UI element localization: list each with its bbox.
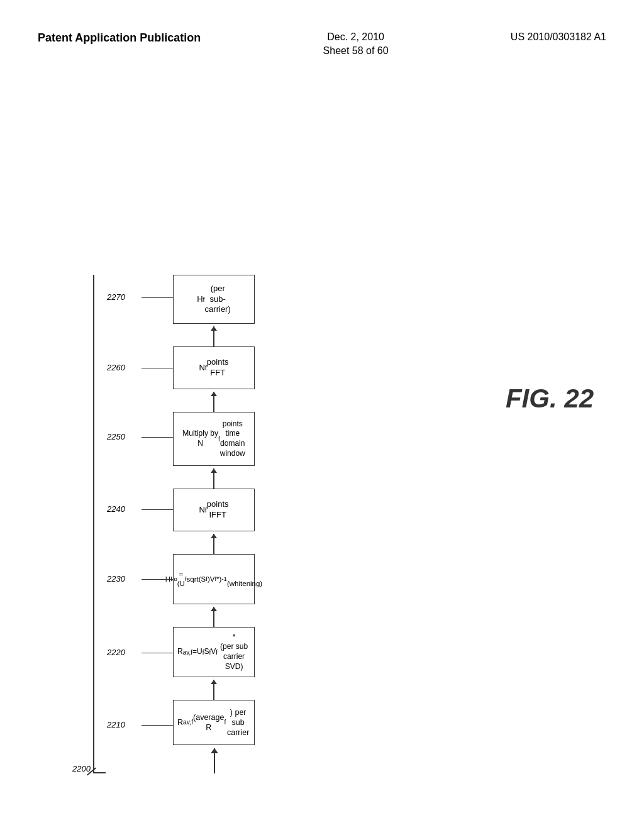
label-line-2270 <box>142 297 173 299</box>
arrow-5-6 <box>213 392 214 412</box>
label-2200: 2200 <box>72 764 91 773</box>
arrow-6-7 <box>213 326 214 346</box>
diagram-container: Rav,f (averageRf) per subcarrier 2210 Ra… <box>38 94 606 780</box>
label-2240: 2240 <box>107 504 125 514</box>
arrow-2-3 <box>213 607 214 627</box>
box-2260: Nf pointsFFT <box>173 346 255 389</box>
box-2240: Nf pointsIFFT <box>173 489 255 531</box>
label-2230: 2230 <box>107 574 125 584</box>
box-2210: Rav,f (averageRf) per subcarrier <box>173 700 255 745</box>
box-2270: Hf (persub-carrier) <box>173 275 255 324</box>
main-bracket-vertical <box>93 275 94 773</box>
arrow-1-2 <box>213 680 214 700</box>
main-bracket-bottom <box>93 772 106 773</box>
label-line-2220 <box>142 653 173 654</box>
publication-date: Dec. 2, 2010 Sheet 58 of 60 <box>323 30 389 58</box>
label-line-2250 <box>142 437 173 438</box>
arrow-4-5 <box>213 468 214 489</box>
entry-arrow <box>214 748 215 773</box>
label-2260: 2260 <box>107 363 125 372</box>
box-2250: Multiply byNf pointstimedomainwindow <box>173 412 255 466</box>
label-line-2240 <box>142 509 173 511</box>
label-line-2230 <box>142 579 173 580</box>
label-2220: 2220 <box>107 648 125 657</box>
label-2250: 2250 <box>107 432 125 441</box>
label-line-2210 <box>142 725 173 726</box>
label-line-2260 <box>142 368 173 369</box>
box-2220: Rav,f=UfSfVf*(per subcarrier SVD) <box>173 627 255 677</box>
page-header: Patent Application Publication Dec. 2, 2… <box>0 30 644 58</box>
patent-number: US 2010/0303182 A1 <box>511 30 606 44</box>
label-2270: 2270 <box>107 292 125 302</box>
publication-title: Patent Application Publication <box>38 30 201 46</box>
box-2230: Hf,o=(Ufsqrt(Sf)Vf*)-1(whitening) <box>173 554 255 604</box>
label-2210: 2210 <box>107 720 125 729</box>
arrow-3-4 <box>213 534 214 554</box>
